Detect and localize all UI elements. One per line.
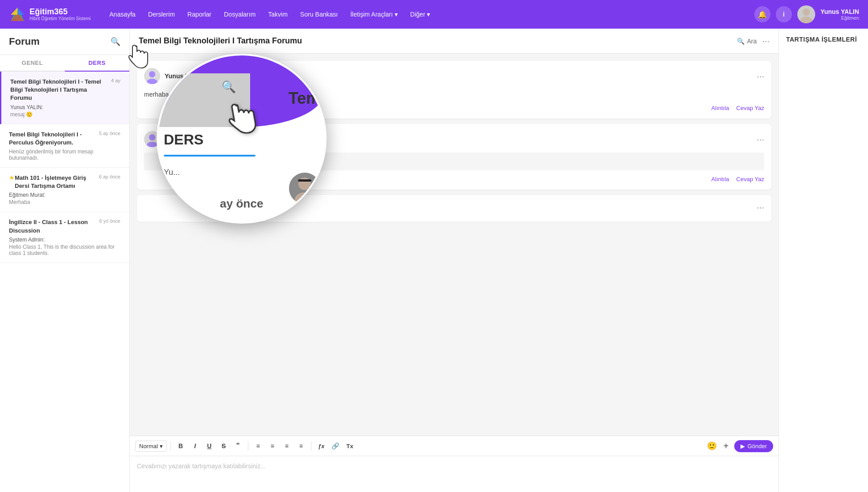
tartisma-islemleri-title: TARTIŞMA İŞLEMLERİ: [786, 36, 861, 43]
ordered-list-button[interactable]: ≡: [252, 440, 264, 452]
nav-soru-bankasi[interactable]: Soru Bankası: [295, 8, 343, 21]
tab-ders[interactable]: DERS: [65, 55, 130, 72]
svg-point-6: [149, 71, 155, 77]
post-actions-2: Alıntıla Cevap Yaz: [144, 176, 764, 182]
post-time-1: 10 ay önce: [210, 73, 237, 79]
sidebar-title: Forum: [9, 36, 39, 47]
quote-button-1[interactable]: Alıntıla: [711, 105, 729, 111]
format-select-arrow: ▾: [160, 443, 163, 450]
post-more-button-3[interactable]: ···: [144, 202, 764, 212]
post-content-1: merhaba babalar: [144, 89, 764, 99]
forum-item-title-3: Math 101 - İşletmeye Giriş Dersi Tartışm…: [15, 174, 95, 190]
post-actions-1: Alıntıla Cevap Yaz: [144, 105, 764, 111]
nav-iletisim-araclari[interactable]: İletişim Araçları ▾: [345, 8, 403, 21]
post-time-2: 5 ay önce: [210, 136, 234, 142]
send-button[interactable]: ▶ Gönder: [734, 440, 773, 452]
right-panel: TARTIŞMA İŞLEMLERİ: [779, 29, 868, 492]
content-header: Temel Bilgi Teknolojileri I Tartışma For…: [130, 29, 779, 54]
forum-item-author-3: Eğitmen Murat:: [9, 192, 120, 198]
post-avatar-2: [144, 131, 160, 147]
bold-button[interactable]: B: [174, 440, 187, 452]
forum-item-preview-1: mesaj 🙂: [10, 111, 120, 118]
logo-icon: [9, 6, 26, 23]
user-name: Yunus YALIN: [821, 8, 859, 15]
emoji-button[interactable]: 🙂: [706, 440, 718, 452]
forum-item-preview-2: Henüz gönderilmiş bir forum mesajı bulun…: [9, 148, 120, 161]
post-2: Yunus YALIN 5 ay önce ··· Alıntıla Cevap…: [137, 124, 771, 190]
nav-dosyalarim[interactable]: Dosyalarım: [219, 8, 261, 21]
star-icon: ★: [9, 174, 15, 181]
forum-item-title-1: Temel Bilgi Teknolojileri I - Temel Bilg…: [10, 78, 107, 102]
align-left-button[interactable]: ≡: [281, 440, 293, 452]
forum-item-title-4: İngilizce II - Class 1 - Lesson Discussi…: [9, 218, 96, 234]
reply-button-1[interactable]: Cevap Yaz: [736, 105, 764, 111]
blockquote-button[interactable]: ": [232, 440, 244, 452]
forum-item-time-2: 5 ay önce: [99, 131, 120, 136]
forum-item-title-2: Temel Bilgi Teknolojileri I - Perculus Ö…: [9, 131, 95, 147]
unordered-list-button[interactable]: ≡: [266, 440, 279, 452]
app-name: Eğitim365: [30, 8, 91, 17]
post-avatar-1: [144, 68, 160, 84]
svg-point-9: [147, 142, 157, 147]
header-right: 🔔 i Yunus YALIN Eğitmen: [754, 5, 859, 23]
format-select[interactable]: Normal ▾: [135, 441, 167, 452]
formula-button[interactable]: ƒx: [315, 440, 328, 452]
reply-input[interactable]: Cevabınızı yazarak tartışmaya katılabili…: [130, 456, 779, 492]
notification-button[interactable]: 🔔: [754, 6, 770, 22]
send-label: Gönder: [748, 443, 767, 450]
forum-item-time-4: 6 yıl önce: [99, 218, 120, 224]
search-icon: 🔍: [737, 38, 745, 45]
nav-takvim[interactable]: Takvim: [263, 8, 293, 21]
nav-anasayfa[interactable]: Anasayfa: [104, 8, 141, 21]
search-label: Ara: [747, 38, 757, 45]
nav-raporlar[interactable]: Raporlar: [182, 8, 217, 21]
forum-item-3[interactable]: ★ Math 101 - İşletmeye Giriş Dersi Tartı…: [0, 168, 129, 212]
more-options-button[interactable]: ···: [762, 36, 770, 46]
italic-button[interactable]: I: [189, 440, 201, 452]
editor-toolbar: Normal ▾ B I U S " ≡ ≡ ≡ ≡ ƒx 🔗 Tx 🙂: [130, 436, 779, 456]
forum-item-preview-3: Merhaba: [9, 199, 120, 205]
toolbar-divider-1: [170, 441, 171, 450]
bell-icon: 🔔: [758, 10, 767, 19]
svg-point-8: [149, 134, 155, 140]
quote-button-2[interactable]: Alıntıla: [711, 176, 729, 182]
forum-item-1[interactable]: Temel Bilgi Teknolojileri I - Temel Bilg…: [0, 72, 129, 124]
link-button[interactable]: 🔗: [329, 440, 342, 452]
main-nav: Anasayfa Derslerim Raporlar Dosyalarım T…: [104, 8, 741, 21]
align-right-button[interactable]: ≡: [295, 440, 307, 452]
toolbar-divider-2: [248, 441, 248, 450]
forum-item-time-3: 6 ay önce: [99, 174, 120, 179]
sidebar-search-button[interactable]: 🔍: [111, 37, 120, 47]
sidebar-header: Forum 🔍: [0, 29, 129, 55]
post-author-name-2: Yunus YALIN: [165, 136, 203, 143]
post-author-name-1: Yunus YALIN: [165, 72, 203, 80]
user-avatar[interactable]: [797, 5, 815, 23]
logo[interactable]: Eğitim365 Hibrit Öğretim Yönetim Sistemi: [9, 6, 91, 23]
underline-button[interactable]: U: [203, 440, 216, 452]
nav-derslerim[interactable]: Derslerim: [143, 8, 180, 21]
post-more-button-2[interactable]: ···: [757, 134, 764, 144]
chevron-down-icon: ▾: [427, 11, 430, 18]
strikethrough-button[interactable]: S: [217, 440, 230, 452]
search-button[interactable]: 🔍 Ara: [737, 38, 757, 45]
header: Eğitim365 Hibrit Öğretim Yönetim Sistemi…: [0, 0, 868, 29]
reply-button-2[interactable]: Cevap Yaz: [736, 176, 764, 182]
text-format-button[interactable]: Tx: [344, 440, 356, 452]
svg-marker-2: [11, 8, 17, 15]
format-label: Normal: [139, 443, 158, 450]
user-role: Eğitmen: [821, 15, 859, 21]
app-subtitle: Hibrit Öğretim Yönetim Sistemi: [30, 16, 91, 21]
forum-item-2[interactable]: Temel Bilgi Teknolojileri I - Perculus Ö…: [0, 124, 129, 168]
post-more-button-1[interactable]: ···: [757, 71, 764, 81]
info-icon: i: [783, 11, 785, 18]
forum-item-4[interactable]: İngilizce II - Class 1 - Lesson Discussi…: [0, 212, 129, 263]
svg-marker-3: [17, 8, 24, 15]
forum-title: Temel Bilgi Teknolojileri I Tartışma For…: [139, 36, 732, 46]
nav-diger[interactable]: Diğer ▾: [405, 8, 435, 21]
discussion-area: Yunus YALIN 10 ay önce ··· merhaba babal…: [130, 54, 779, 436]
send-icon: ▶: [740, 443, 745, 450]
info-button[interactable]: i: [776, 6, 792, 22]
add-button[interactable]: +: [720, 440, 732, 452]
editor-area: Normal ▾ B I U S " ≡ ≡ ≡ ≡ ƒx 🔗 Tx 🙂: [130, 436, 779, 492]
tab-genel[interactable]: GENEL: [0, 55, 65, 71]
